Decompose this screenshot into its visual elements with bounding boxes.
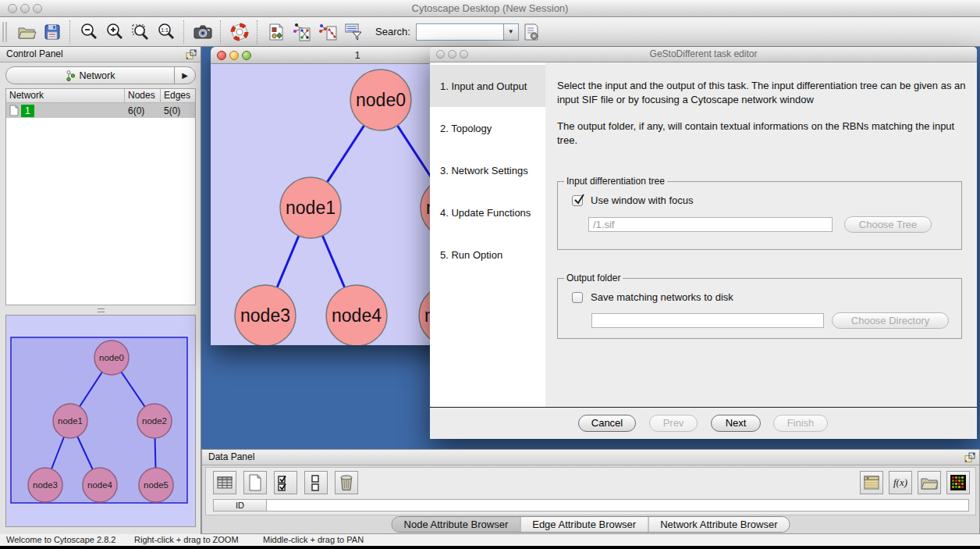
import-network-button[interactable] — [314, 19, 340, 45]
vizmapper-document-icon — [266, 22, 286, 42]
zoom-selected-region-icon — [130, 22, 151, 42]
select-attributes-button[interactable] — [274, 471, 297, 494]
graph-node-label: node1 — [286, 198, 336, 218]
trash-icon — [337, 473, 356, 492]
dialog-footer: Cancel Prev Next Finish — [430, 407, 977, 439]
output-folder-path-field[interactable] — [591, 313, 824, 328]
search-label: Search: — [375, 26, 410, 37]
checkmark-icon — [573, 193, 585, 205]
task-editor-dialog: GeStoDifferent task editor 1. Input and … — [430, 47, 977, 439]
microarray-button[interactable] — [946, 471, 970, 494]
help-button[interactable] — [226, 19, 252, 45]
dialog-title: GeStoDifferent task editor — [430, 47, 977, 62]
screen-bottom-edge — [0, 546, 980, 549]
function-builder-button[interactable]: f(x) — [889, 471, 912, 494]
svg-text:1:1: 1:1 — [161, 27, 169, 32]
column-header-network[interactable]: Network — [6, 89, 125, 102]
data-panel: Data Panel f(x) ID Node Attr — [201, 449, 980, 534]
floppy-disk-icon — [42, 22, 62, 42]
step-update-functions[interactable]: 4. Update Functions — [430, 191, 545, 234]
panel-splitter[interactable] — [5, 307, 196, 314]
graph-node-label: node4 — [332, 305, 382, 326]
attribute-toolbar — [213, 471, 358, 494]
search-dropdown-button[interactable]: ▼ — [503, 23, 519, 41]
intro-paragraph-2: The output folder, if any, will contain … — [557, 119, 971, 148]
id-column-header[interactable]: ID — [213, 499, 267, 512]
toolbar-separator — [220, 20, 222, 44]
import-attributes-button[interactable] — [918, 471, 941, 494]
save-session-button[interactable] — [39, 19, 65, 45]
open-session-button[interactable] — [13, 19, 39, 45]
save-matching-networks-checkbox[interactable] — [572, 292, 583, 303]
use-window-with-focus-row: Use window with focus — [572, 194, 694, 206]
control-panel: Control Panel Network ▶ Network Nodes Ed… — [0, 47, 201, 534]
toolbar-separator — [183, 20, 185, 44]
filter-funnel-icon — [343, 22, 364, 42]
minimize-window-icon[interactable] — [448, 50, 456, 59]
close-window-icon[interactable] — [436, 50, 445, 59]
cancel-button[interactable]: Cancel — [578, 415, 636, 432]
zoom-actual-size-button[interactable]: 1:1 — [153, 19, 179, 45]
function-icon: f(x) — [893, 476, 907, 489]
network-overview[interactable]: node0node1node2node3node4node5 — [5, 315, 196, 527]
use-window-with-focus-label: Use window with focus — [591, 194, 694, 206]
snapshot-button[interactable] — [190, 19, 215, 45]
float-panel-icon[interactable] — [186, 49, 197, 60]
data-panel-header: Data Panel — [202, 450, 979, 465]
zoom-in-button[interactable] — [101, 19, 127, 45]
attribute-table-button[interactable] — [213, 471, 236, 494]
table-row[interactable]: 1 6(0) 5(0) — [6, 103, 195, 118]
unselect-attributes-button[interactable] — [304, 471, 328, 494]
save-networks-row: Save matching networks to disk — [572, 291, 733, 303]
app-title: Cytoscape Desktop (New Session) — [0, 2, 980, 14]
tab-edge-attribute-browser[interactable]: Edge Attribute Browser — [520, 517, 648, 532]
group-legend: Output folder — [564, 273, 623, 283]
panel-overflow-button[interactable]: ▶ — [174, 67, 195, 84]
open-folder-icon — [16, 22, 37, 42]
import-network-icon — [318, 22, 338, 42]
zoom-actual-size-icon: 1:1 — [156, 22, 176, 42]
control-panel-title: Control Panel — [6, 48, 63, 59]
group-legend: Input differentiation tree — [564, 176, 667, 187]
column-header-nodes[interactable]: Nodes — [125, 89, 161, 102]
zoom-window-icon[interactable] — [460, 50, 468, 59]
unchecked-boxes-icon — [307, 473, 325, 492]
network-name-badge: 1 — [21, 105, 34, 117]
import-network-file-button[interactable] — [289, 19, 314, 45]
new-attribute-button[interactable] — [243, 471, 267, 494]
choose-directory-button[interactable]: Choose Directory — [832, 312, 949, 329]
table-grid-icon — [215, 473, 234, 492]
attribute-browser-tabs: Node Attribute Browser Edge Attribute Br… — [392, 516, 790, 533]
output-folder-group: Output folder Save matching networks to … — [557, 278, 962, 339]
dialog-titlebar[interactable]: GeStoDifferent task editor — [430, 47, 977, 62]
zoom-selected-region-button[interactable] — [127, 19, 153, 45]
step-input-and-output[interactable]: 1. Input and Output — [430, 65, 545, 107]
use-window-with-focus-checkbox[interactable] — [572, 195, 583, 206]
preferences-button[interactable] — [519, 19, 545, 45]
step-network-settings[interactable]: 3. Network Settings — [430, 149, 545, 191]
tab-network-attribute-browser[interactable]: Network Attribute Browser — [648, 517, 789, 532]
pan-hint: Middle-click + drag to PAN — [263, 534, 364, 546]
finish-button[interactable]: Finish — [773, 415, 828, 432]
network-tree-icon — [66, 70, 76, 82]
attribute-list-button[interactable] — [860, 471, 883, 494]
delete-attribute-button[interactable] — [335, 471, 358, 494]
zoom-out-button[interactable] — [76, 19, 101, 45]
attribute-header-blank — [267, 499, 969, 512]
input-tree-path-field[interactable] — [588, 217, 833, 232]
app-titlebar: Cytoscape Desktop (New Session) — [0, 0, 980, 17]
step-topology[interactable]: 2. Topology — [430, 107, 545, 149]
toolbar-drag-handle[interactable] — [2, 22, 7, 42]
float-panel-icon[interactable] — [964, 452, 975, 463]
tab-network[interactable]: Network ▶ — [5, 66, 196, 84]
prev-button[interactable]: Prev — [649, 415, 698, 432]
search-input[interactable] — [416, 23, 503, 41]
step-run-option[interactable]: 5. Run Option — [430, 234, 545, 276]
filter-button[interactable] — [340, 19, 366, 45]
graph-node-label: node4 — [87, 480, 113, 490]
tab-node-attribute-browser[interactable]: Node Attribute Browser — [392, 517, 520, 532]
next-button[interactable]: Next — [711, 415, 761, 432]
choose-tree-button[interactable]: Choose Tree — [844, 216, 932, 233]
column-header-edges[interactable]: Edges — [161, 89, 195, 102]
vizmapper-button[interactable] — [263, 19, 289, 45]
